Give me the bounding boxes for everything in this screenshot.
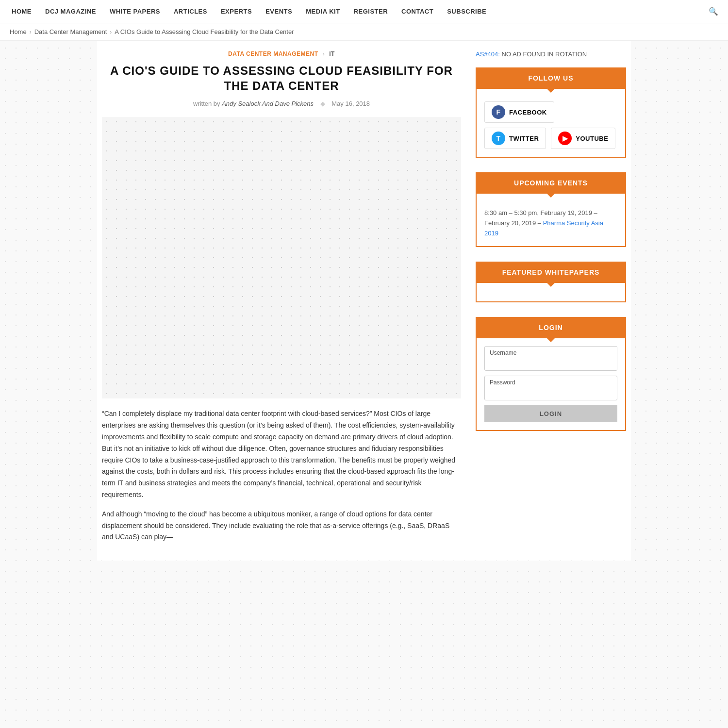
article-image <box>102 117 461 398</box>
facebook-button[interactable]: f FACEBOOK <box>484 101 554 123</box>
breadcrumb-sep-1: › <box>30 29 32 35</box>
meta-dot: ◆ <box>320 100 325 107</box>
featured-whitepapers-widget: FEATURED WHITEPAPERS <box>476 262 626 302</box>
nav-contact[interactable]: CONTACT <box>395 0 440 23</box>
nav-white-papers[interactable]: WHITE PAPERS <box>103 0 167 23</box>
login-widget: LOGIN Username Password LOGIN <box>476 317 626 431</box>
follow-us-widget: FOLLOW US f FACEBOOK t TWITTER ▶ YOUTUBE <box>476 67 626 158</box>
twitter-button[interactable]: t TWITTER <box>484 128 546 149</box>
login-button[interactable]: LOGIN <box>484 405 617 422</box>
ad-notice-prefix[interactable]: AS#404: <box>476 50 500 58</box>
breadcrumb-home[interactable]: Home <box>10 28 27 35</box>
follow-us-title: FOLLOW US <box>484 74 617 82</box>
password-input[interactable] <box>485 387 617 400</box>
nav-home[interactable]: HOME <box>5 0 38 23</box>
breadcrumb: Home › Data Center Management › A CIOs G… <box>0 23 728 41</box>
nav-media-kit[interactable]: MEDIA KIT <box>299 0 347 23</box>
follow-us-header: FOLLOW US <box>476 67 626 89</box>
password-label: Password <box>485 376 617 387</box>
nav-register[interactable]: REGISTER <box>347 0 395 23</box>
article-meta: written by Andy Sealock And Dave Pickens… <box>102 100 461 107</box>
social-grid: f FACEBOOK t TWITTER ▶ YOUTUBE <box>484 101 617 149</box>
main-content: DATA CENTER MANAGEMENT › IT A CIO'S GUID… <box>102 50 461 551</box>
page-layout: DATA CENTER MANAGEMENT › IT A CIO'S GUID… <box>97 41 631 561</box>
tag-separator: › <box>323 50 325 57</box>
breadcrumb-sep-2: › <box>110 29 112 35</box>
login-title: LOGIN <box>484 324 617 331</box>
article-paragraph-2: And although “moving to the cloud” has b… <box>102 509 461 543</box>
nav-experts[interactable]: EXPERTS <box>214 0 259 23</box>
featured-whitepapers-title: FEATURED WHITEPAPERS <box>484 268 617 276</box>
breadcrumb-current: A CIOs Guide to Assessing Cloud Feasibil… <box>115 28 294 35</box>
article-date: May 16, 2018 <box>331 100 370 107</box>
article-body: “Can I completely displace my traditiona… <box>102 408 461 543</box>
login-body: Username Password LOGIN <box>476 338 626 431</box>
sidebar: AS#404: NO AD FOUND IN ROTATION FOLLOW U… <box>476 50 626 551</box>
upcoming-events-widget: UPCOMING EVENTS 8:30 am – 5:30 pm, Febru… <box>476 172 626 247</box>
youtube-button[interactable]: ▶ YOUTUBE <box>551 128 615 149</box>
username-label: Username <box>485 347 617 357</box>
follow-us-body: f FACEBOOK t TWITTER ▶ YOUTUBE <box>476 89 626 158</box>
facebook-icon: f <box>492 105 505 119</box>
upcoming-events-title: UPCOMING EVENTS <box>484 179 617 187</box>
nav-dcj-magazine[interactable]: DCJ MAGAZINE <box>38 0 103 23</box>
ad-notice-text: NO AD FOUND IN ROTATION <box>502 50 587 58</box>
nav-events[interactable]: EVENTS <box>259 0 299 23</box>
written-by-label: written by <box>193 100 220 107</box>
nav-articles[interactable]: ARTICLES <box>167 0 214 23</box>
twitter-label: TWITTER <box>509 135 539 142</box>
article-title: A CIO'S GUIDE TO ASSESSING CLOUD FEASIBI… <box>102 63 461 93</box>
event-item-1: 8:30 am – 5:30 pm, February 19, 2019 – F… <box>484 208 617 238</box>
twitter-icon: t <box>492 132 505 145</box>
ad-notice: AS#404: NO AD FOUND IN ROTATION <box>476 50 626 58</box>
main-nav: HOME DCJ MAGAZINE WHITE PAPERS ARTICLES … <box>0 0 728 23</box>
tag-secondary[interactable]: IT <box>329 50 335 57</box>
password-field-wrapper: Password <box>484 376 617 400</box>
youtube-icon: ▶ <box>558 132 572 145</box>
breadcrumb-category[interactable]: Data Center Management <box>34 28 107 35</box>
tag-primary[interactable]: DATA CENTER MANAGEMENT <box>228 50 318 57</box>
featured-whitepapers-header: FEATURED WHITEPAPERS <box>476 262 626 283</box>
login-header: LOGIN <box>476 317 626 338</box>
upcoming-events-body: 8:30 am – 5:30 pm, February 19, 2019 – F… <box>476 194 626 247</box>
article-paragraph-1: “Can I completely displace my traditiona… <box>102 408 461 500</box>
username-field-wrapper: Username <box>484 346 617 371</box>
article-tags: DATA CENTER MANAGEMENT › IT <box>102 50 461 57</box>
article-author[interactable]: Andy Sealock And Dave Pickens <box>222 100 314 107</box>
search-icon[interactable]: 🔍 <box>704 7 723 16</box>
upcoming-events-header: UPCOMING EVENTS <box>476 172 626 194</box>
facebook-label: FACEBOOK <box>509 109 547 116</box>
username-input[interactable] <box>485 357 617 370</box>
nav-subscribe[interactable]: SUBSCRIBE <box>440 0 493 23</box>
youtube-label: YOUTUBE <box>576 135 608 142</box>
